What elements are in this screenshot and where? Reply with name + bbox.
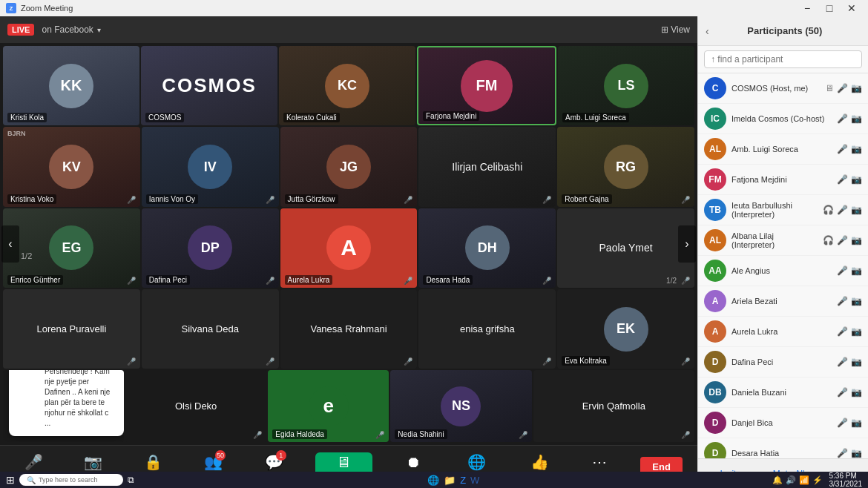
video-feed-silvana: Silvana Deda — [142, 289, 279, 369]
participant-item-dafina-p[interactable]: D Dafina Peci 🎤 📷 — [698, 347, 868, 377]
participant-name-kristi: Kristi Kola — [7, 113, 47, 122]
participants-icon-wrap: 👥 50 — [204, 453, 223, 471]
video-cell-ilirjan[interactable]: Ilirjan Celibashi 🎤 — [418, 127, 556, 206]
mic-icon-aurela-l: 🎤 — [837, 326, 848, 337]
participant-item-cosmos[interactable]: C COSMOS (Host, me) 🖥 🎤 📷 — [698, 73, 868, 104]
video-row-5: A From Aurela Lukra to Everyone Pershend… — [3, 370, 694, 442]
video-cell-kristi[interactable]: KK Kristi Kola — [3, 46, 139, 125]
video-row-1: KK Kristi Kola COSMOS COSMOS KC Kolerato… — [3, 46, 694, 125]
video-cell-paola[interactable]: Paola Ymet 🎤 1/2 — [557, 208, 694, 288]
participant-name-iannis: Iannis Von Oy — [146, 194, 198, 204]
silvana-name-display: Silvana Deda — [182, 323, 239, 334]
close-button[interactable]: ✕ — [841, 0, 862, 16]
participant-name-dafina: Dafina Peci — [146, 275, 190, 285]
facebook-dropdown-icon[interactable]: ▾ — [97, 26, 101, 34]
paola-name-display: Paola Ymet — [599, 242, 653, 254]
participant-name-egida: Egida Haldeda — [272, 429, 327, 439]
participant-name-aurela: Aurela Lukra — [285, 275, 333, 285]
participant-item-albana[interactable]: AL Albana Lilaj (Interpreter) 🎧 🎤 📷 — [698, 225, 868, 256]
participant-icons-imelda: 🎤 📷 — [837, 113, 862, 124]
next-page-button[interactable]: › — [678, 225, 696, 263]
video-icon-ariela: 📷 — [851, 296, 862, 306]
video-cell-kol[interactable]: KC Kolerato Cukali — [279, 46, 415, 125]
participant-icons-dafina: 🎤 📷 — [837, 357, 862, 367]
view-button[interactable]: ⊞ View — [661, 24, 690, 35]
participant-name-imelda-p: Imelda Cosmos (Co-host) — [731, 114, 832, 123]
participant-avatar-aurela-p: A — [704, 320, 726, 343]
task-view-icon[interactable]: ⧉ — [128, 475, 134, 485]
notification-icon[interactable]: 🔔 — [772, 475, 783, 485]
video-area: LIVE on Facebook ▾ ⊞ View ‹ › KK Kristi … — [0, 16, 697, 488]
video-cell-aurela[interactable]: A Aurela Lukra 🎤 — [280, 208, 418, 288]
maximize-button[interactable]: □ — [819, 0, 840, 16]
video-cell-luigi[interactable]: LS Amb. Luigi Soreca — [558, 46, 694, 125]
participant-icons-danjel: 🎤 📷 — [837, 418, 862, 428]
network-icon[interactable]: 📶 — [799, 475, 809, 485]
video-cell-enisa[interactable]: enisa grifsha 🎤 — [418, 289, 556, 369]
participant-item-ale[interactable]: AA Ale Angius 🎤 📷 — [698, 256, 868, 286]
video-cell-cosmos[interactable]: COSMOS COSMOS — [141, 46, 277, 125]
video-cell-lorena[interactable]: Lorena Puravelli 🎤 — [3, 289, 140, 369]
taskbar-right: 🔔 🔊 📶 ⚡ 5:36 PM 3/31/2021 — [772, 472, 862, 488]
mic-icon-desara-p: 🎤 — [837, 448, 848, 458]
video-cell-dafina[interactable]: DP Dafina Peci 🎤 — [142, 208, 279, 288]
video-cell-silvana[interactable]: Silvana Deda 🎤 — [142, 289, 279, 369]
mute-icon-iannis: 🎤 — [266, 196, 274, 204]
video-cell-vanesa[interactable]: Vanesa Rrahmani 🎤 — [280, 289, 418, 369]
windows-start-icon[interactable]: ⊞ — [6, 474, 15, 486]
participant-item-imelda[interactable]: IC Imelda Cosmos (Co-host) 🎤 📷 — [698, 104, 868, 134]
olsi-name-display: Olsi Deko — [175, 400, 217, 412]
video-cell-enrico[interactable]: EG Enrico Günther 🎤 — [3, 208, 140, 288]
mute-icon-enrico: 🎤 — [127, 277, 136, 285]
video-cell-ervin[interactable]: Ervin Qafmolla 🎤 — [533, 370, 694, 442]
participant-item-danjel[interactable]: D Danjel Bica 🎤 📷 — [698, 408, 868, 438]
mute-icon-dafina: 🎤 — [266, 277, 274, 285]
video-icon-desara-p: 📷 — [851, 448, 862, 458]
video-cell-farjona[interactable]: FM Farjona Mejdini — [417, 46, 556, 125]
volume-icon[interactable]: 🔊 — [786, 475, 796, 485]
participant-name-nedia: Nedia Shahini — [395, 429, 447, 439]
taskbar-search[interactable]: 🔍 Type here to search — [19, 474, 123, 486]
grid-icon: ⊞ — [661, 24, 668, 35]
video-cell-eva[interactable]: EK Eva Koltraka 🎤 — [557, 289, 694, 369]
participant-search-input[interactable] — [704, 50, 862, 68]
window-title: Zoom Meeting — [21, 4, 73, 13]
participant-item-ariela[interactable]: A Ariela Bezati 🎤 📷 — [698, 286, 868, 317]
participant-item-desara-p[interactable]: D Desara Hatia 🎤 📷 — [698, 438, 868, 458]
video-cell-nedia[interactable]: NS Nedia Shahini 🎤 — [390, 370, 531, 442]
video-cell-egida[interactable]: e Egida Haldeda 🎤 — [268, 370, 389, 442]
power-icon[interactable]: ⚡ — [812, 475, 823, 485]
participant-icons-ale: 🎤 📷 — [837, 266, 862, 276]
mute-icon-egida: 🎤 — [375, 431, 384, 439]
video-cell-olsi[interactable]: Olsi Deko 🎤 — [125, 370, 266, 442]
participant-avatar-ieuta: TB — [704, 199, 726, 221]
participant-item-luigi-p[interactable]: AL Amb. Luigi Soreca 🎤 📷 — [698, 134, 868, 165]
panel-collapse-icon[interactable]: ‹ — [706, 25, 709, 37]
participant-item-aurela-p[interactable]: A Aurela Lukra 🎤 📷 — [698, 317, 868, 347]
video-cell-iannis[interactable]: IV Iannis Von Oy 🎤 — [142, 127, 279, 206]
video-feed-ilirjan: Ilirjan Celibashi — [418, 127, 556, 206]
participant-item-fatjona[interactable]: FM Fatjona Mejdini 🎤 📷 — [698, 165, 868, 195]
camera-icon: 📷 — [84, 453, 102, 471]
ervin-name-display: Ervin Qafmolla — [582, 400, 645, 412]
interpretation-icon: 🌐 — [467, 453, 486, 471]
participant-name-desara-p-list: Desara Hatia — [731, 449, 832, 458]
taskbar-word-icon[interactable]: W — [470, 475, 479, 486]
prev-page-button[interactable]: ‹ — [1, 225, 19, 263]
video-cell-robert[interactable]: RG Robert Gajna 🎤 — [557, 127, 694, 206]
taskbar-file-icon[interactable]: 📁 — [444, 475, 456, 486]
video-cell-kristina[interactable]: BJRN KV Kristina Voko 🎤 — [3, 127, 140, 206]
participant-item-ieuta[interactable]: TB Ieuta Barbullushi (Interpreter) 🎧 🎤 📷 — [698, 195, 868, 225]
mute-icon-desara: 🎤 — [542, 277, 551, 285]
minimize-button[interactable]: − — [797, 0, 818, 16]
taskbar-chrome-icon[interactable]: 🌐 — [427, 475, 439, 486]
video-cell-jutta[interactable]: JG Jutta Görzkow 🎤 — [280, 127, 418, 206]
participant-avatar-cosmos: C — [704, 77, 726, 99]
record-icon: ⏺ — [406, 454, 421, 471]
taskbar-zoom-icon[interactable]: Z — [460, 475, 466, 486]
participant-item-daniela[interactable]: DB Daniela Buzani 🎤 📷 — [698, 377, 868, 408]
participant-icons-albana: 🎧 🎤 📷 — [823, 235, 862, 245]
mic-icon-danjel: 🎤 — [837, 418, 848, 428]
reactions-icon: 👍 — [530, 453, 549, 471]
video-cell-desara[interactable]: DH Desara Hada 🎤 — [418, 208, 556, 288]
